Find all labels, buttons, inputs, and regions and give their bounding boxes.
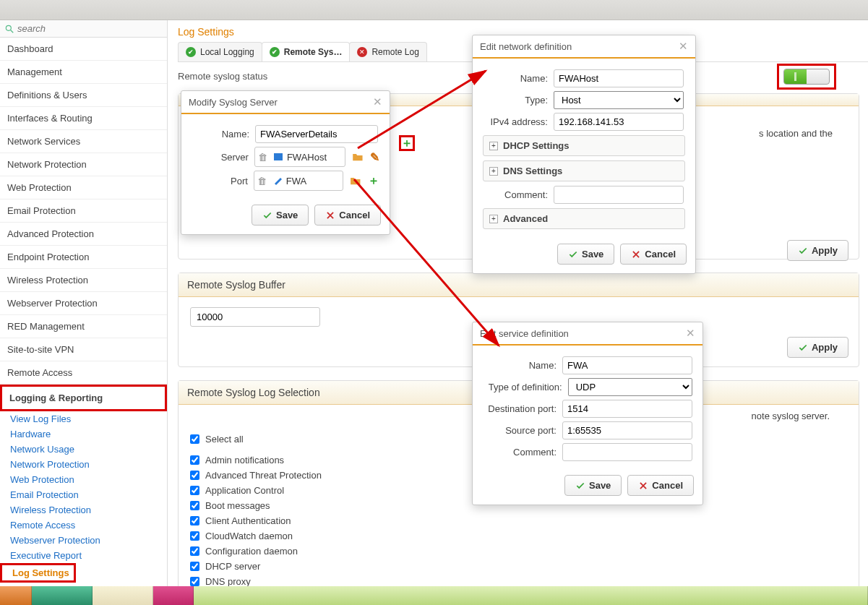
log-item[interactable]: Configuration daemon [190, 544, 847, 559]
comment-input[interactable] [554, 186, 684, 204]
cancel-label: Cancel [645, 249, 676, 259]
nav-interfaces[interactable]: Interfaces & Routing [0, 107, 167, 130]
log-item[interactable]: Client Authentication [190, 513, 847, 528]
x-icon [325, 210, 335, 220]
save-button[interactable]: Save [252, 205, 309, 226]
log-item[interactable]: CloudWatch daemon [190, 528, 847, 544]
log-checkbox[interactable] [190, 471, 199, 480]
nav-endpoint-protection[interactable]: Endpoint Protection [0, 246, 167, 269]
server-value: FWAHost [285, 152, 345, 163]
dhcp-expander[interactable]: +DHCP Settings [483, 135, 685, 156]
sub-network-protection[interactable]: Network Protection [0, 457, 167, 472]
sub-executive-report[interactable]: Executive Report [0, 548, 167, 563]
trash-icon[interactable]: 🗑 [255, 152, 271, 163]
close-icon[interactable]: ✕ [686, 327, 695, 340]
sub-web-protection[interactable]: Web Protection [0, 472, 167, 487]
server-chip[interactable]: 🗑 FWAHost [254, 147, 345, 167]
select-all-checkbox[interactable] [190, 434, 199, 444]
close-icon[interactable]: ✕ [679, 40, 688, 53]
apply-buffer-button[interactable]: Apply [787, 337, 848, 358]
dns-expander[interactable]: +DNS Settings [483, 160, 685, 181]
sport-label: Source port: [483, 425, 557, 436]
nav-web-protection[interactable]: Web Protection [0, 176, 167, 199]
name-input[interactable] [562, 356, 692, 374]
sub-network-usage[interactable]: Network Usage [0, 442, 167, 457]
comment-input[interactable] [562, 443, 692, 461]
tab-label: Remote Log [371, 47, 418, 57]
sub-remote-access[interactable]: Remote Access [0, 518, 167, 533]
nav-management[interactable]: Management [0, 61, 167, 84]
apply-label: Apply [812, 245, 838, 256]
tab-remote-syslog[interactable]: ✔ Remote Sys… [262, 42, 351, 61]
tab-remote-log[interactable]: ✕ Remote Log [349, 42, 426, 61]
edit-icon[interactable]: ✎ [370, 150, 379, 164]
dlg-title: Modify Syslog Server [189, 97, 278, 108]
sub-view-log-files[interactable]: View Log Files [0, 411, 167, 426]
taskbar-item[interactable] [153, 586, 194, 605]
nav-remote-access[interactable]: Remote Access [0, 361, 167, 385]
plus-icon: + [489, 142, 498, 150]
edit-service-dialog: Edit service definition ✕ Name: Type of … [472, 322, 703, 505]
log-checkbox[interactable] [190, 531, 199, 541]
search-input[interactable] [17, 23, 140, 34]
log-checkbox[interactable] [190, 546, 199, 556]
save-button[interactable]: Save [557, 244, 614, 265]
name-label: Name: [483, 360, 557, 371]
search-row [0, 20, 167, 38]
nav-red-management[interactable]: RED Management [0, 315, 167, 338]
nav-logging-reporting[interactable]: Logging & Reporting [0, 385, 167, 411]
log-checkbox[interactable] [190, 516, 199, 525]
check-icon [798, 246, 808, 256]
nav-site-to-site-vpn[interactable]: Site-to-site VPN [0, 338, 167, 361]
top-band [0, 0, 868, 20]
dhcp-label: DHCP Settings [503, 140, 570, 151]
taskbar-item[interactable] [93, 586, 153, 605]
cancel-button[interactable]: Cancel [627, 475, 694, 496]
nav-wireless-protection[interactable]: Wireless Protection [0, 269, 167, 292]
plus-icon[interactable]: ＋ [368, 173, 379, 189]
ip-input[interactable] [554, 113, 684, 131]
sub-log-settings[interactable]: Log Settings [0, 563, 76, 583]
close-icon[interactable]: ✕ [373, 95, 382, 108]
type-select[interactable]: UDP [568, 378, 692, 396]
log-checkbox[interactable] [190, 486, 199, 495]
nav-webserver-protection[interactable]: Webserver Protection [0, 292, 167, 315]
log-item[interactable]: DHCP server [190, 559, 847, 574]
sub-email-protection[interactable]: Email Protection [0, 487, 167, 502]
nav-dashboard[interactable]: Dashboard [0, 38, 167, 61]
nav-network-services[interactable]: Network Services [0, 130, 167, 153]
add-server-button[interactable]: ＋ [399, 135, 415, 151]
cancel-button[interactable]: Cancel [314, 205, 381, 226]
tab-label: Local Logging [200, 47, 254, 57]
name-input[interactable] [554, 69, 684, 87]
x-icon [631, 249, 641, 259]
nav-definitions[interactable]: Definitions & Users [0, 84, 167, 107]
buffer-input[interactable] [190, 307, 320, 327]
port-chip[interactable]: 🗑 FWA [254, 171, 344, 191]
log-checkbox[interactable] [190, 577, 199, 586]
type-select[interactable]: Host [554, 91, 684, 109]
dport-input[interactable] [562, 400, 692, 418]
taskbar-item[interactable] [32, 586, 93, 605]
taskbar-item[interactable] [0, 586, 32, 605]
folder-icon[interactable] [351, 151, 364, 163]
folder-icon[interactable] [349, 175, 362, 186]
save-button[interactable]: Save [564, 475, 622, 496]
log-checkbox[interactable] [190, 562, 199, 571]
status-toggle[interactable] [783, 69, 830, 85]
apply-servers-button[interactable]: Apply [787, 240, 848, 261]
sub-wireless-protection[interactable]: Wireless Protection [0, 502, 167, 518]
name-input[interactable] [255, 125, 378, 143]
sub-webserver-protection[interactable]: Webserver Protection [0, 533, 167, 548]
log-checkbox[interactable] [190, 501, 199, 510]
sub-hardware[interactable]: Hardware [0, 426, 167, 442]
sport-input[interactable] [562, 421, 692, 439]
tab-local-logging[interactable]: ✔ Local Logging [178, 42, 262, 61]
trash-icon[interactable]: 🗑 [254, 176, 270, 186]
nav-advanced-protection[interactable]: Advanced Protection [0, 223, 167, 246]
advanced-expander[interactable]: +Advanced [483, 208, 685, 229]
nav-email-protection[interactable]: Email Protection [0, 199, 167, 223]
nav-network-protection[interactable]: Network Protection [0, 153, 167, 176]
log-checkbox[interactable] [190, 455, 199, 465]
cancel-button[interactable]: Cancel [620, 244, 687, 265]
